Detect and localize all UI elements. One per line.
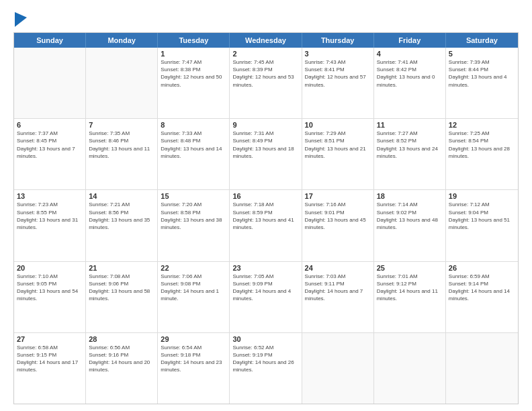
calendar-cell: 15Sunrise: 7:20 AM Sunset: 8:58 PM Dayli… xyxy=(158,190,230,261)
calendar-cell: 21Sunrise: 7:08 AM Sunset: 9:06 PM Dayli… xyxy=(86,262,158,332)
page: SundayMondayTuesdayWednesdayThursdayFrid… xyxy=(0,0,532,411)
day-info: Sunrise: 6:52 AM Sunset: 9:19 PM Dayligh… xyxy=(232,344,298,374)
calendar-cell xyxy=(374,333,446,404)
calendar-cell: 12Sunrise: 7:25 AM Sunset: 8:54 PM Dayli… xyxy=(446,119,518,189)
day-number: 6 xyxy=(17,121,83,129)
logo-icon xyxy=(15,12,27,27)
calendar-cell: 20Sunrise: 7:10 AM Sunset: 9:05 PM Dayli… xyxy=(14,262,86,332)
day-info: Sunrise: 6:54 AM Sunset: 9:18 PM Dayligh… xyxy=(161,344,226,374)
calendar-body: 1Sunrise: 7:47 AM Sunset: 8:38 PM Daylig… xyxy=(14,48,518,404)
day-number: 17 xyxy=(305,192,371,200)
day-info: Sunrise: 6:58 AM Sunset: 9:15 PM Dayligh… xyxy=(17,344,83,374)
calendar-cell xyxy=(446,333,518,404)
day-number: 8 xyxy=(161,121,226,129)
day-info: Sunrise: 7:06 AM Sunset: 9:08 PM Dayligh… xyxy=(161,273,226,303)
calendar-header: SundayMondayTuesdayWednesdayThursdayFrid… xyxy=(14,33,518,48)
day-info: Sunrise: 7:41 AM Sunset: 8:42 PM Dayligh… xyxy=(377,58,443,89)
header-day-monday: Monday xyxy=(86,33,158,48)
calendar-cell: 25Sunrise: 7:01 AM Sunset: 9:12 PM Dayli… xyxy=(374,262,446,332)
header-day-tuesday: Tuesday xyxy=(158,33,230,48)
calendar-cell: 28Sunrise: 6:56 AM Sunset: 9:16 PM Dayli… xyxy=(86,333,158,404)
calendar-row-3: 13Sunrise: 7:23 AM Sunset: 8:55 PM Dayli… xyxy=(14,189,518,261)
calendar-cell xyxy=(302,333,374,404)
day-number: 25 xyxy=(377,264,443,272)
header xyxy=(13,12,519,27)
calendar-cell: 17Sunrise: 7:16 AM Sunset: 9:01 PM Dayli… xyxy=(302,190,374,261)
calendar-row-2: 6Sunrise: 7:37 AM Sunset: 8:45 PM Daylig… xyxy=(14,118,518,189)
day-info: Sunrise: 6:56 AM Sunset: 9:16 PM Dayligh… xyxy=(89,344,154,374)
day-info: Sunrise: 7:21 AM Sunset: 8:56 PM Dayligh… xyxy=(89,201,154,231)
day-info: Sunrise: 7:05 AM Sunset: 9:09 PM Dayligh… xyxy=(232,273,298,303)
day-info: Sunrise: 7:33 AM Sunset: 8:48 PM Dayligh… xyxy=(161,130,226,160)
svg-marker-0 xyxy=(15,12,27,27)
day-number: 26 xyxy=(449,264,515,272)
logo xyxy=(13,12,27,27)
day-number: 11 xyxy=(377,121,443,129)
day-info: Sunrise: 6:59 AM Sunset: 9:14 PM Dayligh… xyxy=(449,273,515,303)
day-number: 29 xyxy=(161,335,226,343)
day-number: 23 xyxy=(232,264,298,272)
calendar-cell: 18Sunrise: 7:14 AM Sunset: 9:02 PM Dayli… xyxy=(374,190,446,261)
calendar-cell xyxy=(86,48,158,118)
day-number: 21 xyxy=(89,264,154,272)
header-day-saturday: Saturday xyxy=(446,33,518,48)
calendar-row-4: 20Sunrise: 7:10 AM Sunset: 9:05 PM Dayli… xyxy=(14,261,518,332)
calendar-cell: 5Sunrise: 7:39 AM Sunset: 8:44 PM Daylig… xyxy=(446,48,518,118)
day-number: 3 xyxy=(305,50,371,58)
calendar-cell: 10Sunrise: 7:29 AM Sunset: 8:51 PM Dayli… xyxy=(302,119,374,189)
day-info: Sunrise: 7:37 AM Sunset: 8:45 PM Dayligh… xyxy=(17,130,83,160)
day-info: Sunrise: 7:25 AM Sunset: 8:54 PM Dayligh… xyxy=(449,130,515,160)
calendar-row-5: 27Sunrise: 6:58 AM Sunset: 9:15 PM Dayli… xyxy=(14,332,518,404)
calendar: SundayMondayTuesdayWednesdayThursdayFrid… xyxy=(13,32,519,404)
day-info: Sunrise: 7:45 AM Sunset: 8:39 PM Dayligh… xyxy=(232,58,298,89)
day-number: 30 xyxy=(232,335,298,343)
day-number: 16 xyxy=(232,192,298,200)
day-number: 1 xyxy=(161,50,226,58)
day-info: Sunrise: 7:39 AM Sunset: 8:44 PM Dayligh… xyxy=(449,58,515,89)
day-number: 2 xyxy=(232,50,298,58)
day-info: Sunrise: 7:03 AM Sunset: 9:11 PM Dayligh… xyxy=(305,273,371,303)
day-number: 4 xyxy=(377,50,443,58)
header-day-friday: Friday xyxy=(374,33,446,48)
day-info: Sunrise: 7:20 AM Sunset: 8:58 PM Dayligh… xyxy=(161,201,226,231)
day-info: Sunrise: 7:35 AM Sunset: 8:46 PM Dayligh… xyxy=(89,130,154,160)
calendar-cell: 1Sunrise: 7:47 AM Sunset: 8:38 PM Daylig… xyxy=(158,48,230,118)
calendar-cell: 6Sunrise: 7:37 AM Sunset: 8:45 PM Daylig… xyxy=(14,119,86,189)
day-info: Sunrise: 7:23 AM Sunset: 8:55 PM Dayligh… xyxy=(17,201,83,231)
day-info: Sunrise: 7:01 AM Sunset: 9:12 PM Dayligh… xyxy=(377,273,443,303)
calendar-cell: 19Sunrise: 7:12 AM Sunset: 9:04 PM Dayli… xyxy=(446,190,518,261)
calendar-cell: 13Sunrise: 7:23 AM Sunset: 8:55 PM Dayli… xyxy=(14,190,86,261)
calendar-cell: 23Sunrise: 7:05 AM Sunset: 9:09 PM Dayli… xyxy=(230,262,302,332)
calendar-cell: 9Sunrise: 7:31 AM Sunset: 8:49 PM Daylig… xyxy=(230,119,302,189)
day-number: 20 xyxy=(17,264,83,272)
calendar-cell: 26Sunrise: 6:59 AM Sunset: 9:14 PM Dayli… xyxy=(446,262,518,332)
calendar-cell: 4Sunrise: 7:41 AM Sunset: 8:42 PM Daylig… xyxy=(374,48,446,118)
day-number: 15 xyxy=(161,192,226,200)
day-number: 28 xyxy=(89,335,154,343)
day-info: Sunrise: 7:29 AM Sunset: 8:51 PM Dayligh… xyxy=(305,130,371,160)
calendar-cell: 29Sunrise: 6:54 AM Sunset: 9:18 PM Dayli… xyxy=(158,333,230,404)
calendar-row-1: 1Sunrise: 7:47 AM Sunset: 8:38 PM Daylig… xyxy=(14,48,518,118)
day-info: Sunrise: 7:12 AM Sunset: 9:04 PM Dayligh… xyxy=(449,201,515,231)
day-info: Sunrise: 7:08 AM Sunset: 9:06 PM Dayligh… xyxy=(89,273,154,303)
day-info: Sunrise: 7:43 AM Sunset: 8:41 PM Dayligh… xyxy=(305,58,371,89)
header-day-sunday: Sunday xyxy=(14,33,86,48)
day-info: Sunrise: 7:27 AM Sunset: 8:52 PM Dayligh… xyxy=(377,130,443,160)
calendar-cell: 14Sunrise: 7:21 AM Sunset: 8:56 PM Dayli… xyxy=(86,190,158,261)
calendar-cell xyxy=(14,48,86,118)
day-number: 13 xyxy=(17,192,83,200)
calendar-cell: 8Sunrise: 7:33 AM Sunset: 8:48 PM Daylig… xyxy=(158,119,230,189)
calendar-cell: 3Sunrise: 7:43 AM Sunset: 8:41 PM Daylig… xyxy=(302,48,374,118)
calendar-cell: 30Sunrise: 6:52 AM Sunset: 9:19 PM Dayli… xyxy=(230,333,302,404)
day-number: 24 xyxy=(305,264,371,272)
header-day-wednesday: Wednesday xyxy=(230,33,302,48)
day-number: 19 xyxy=(449,192,515,200)
calendar-cell: 22Sunrise: 7:06 AM Sunset: 9:08 PM Dayli… xyxy=(158,262,230,332)
calendar-cell: 16Sunrise: 7:18 AM Sunset: 8:59 PM Dayli… xyxy=(230,190,302,261)
calendar-cell: 27Sunrise: 6:58 AM Sunset: 9:15 PM Dayli… xyxy=(14,333,86,404)
day-number: 12 xyxy=(449,121,515,129)
day-number: 22 xyxy=(161,264,226,272)
day-info: Sunrise: 7:18 AM Sunset: 8:59 PM Dayligh… xyxy=(232,201,298,231)
day-number: 9 xyxy=(232,121,298,129)
day-info: Sunrise: 7:10 AM Sunset: 9:05 PM Dayligh… xyxy=(17,273,83,303)
